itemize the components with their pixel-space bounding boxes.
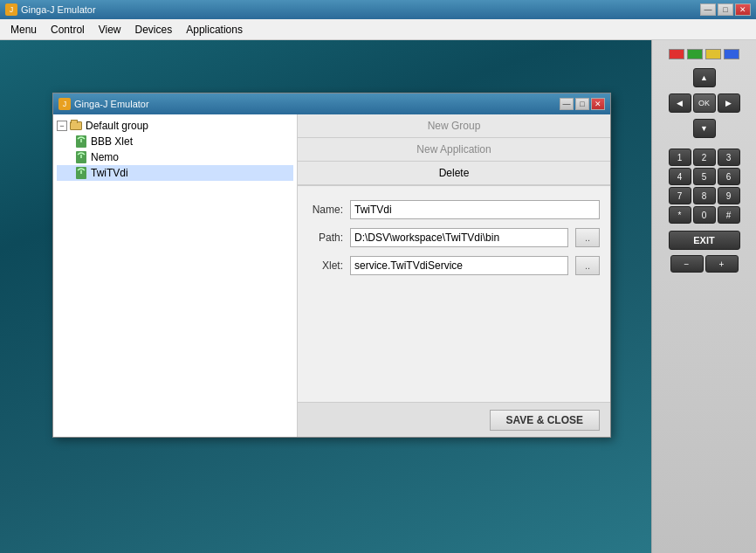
tree-expand-root[interactable]: − [57, 121, 67, 131]
xlet-label: Xlet: [308, 259, 343, 272]
plus-button[interactable]: + [705, 255, 739, 273]
main-window: J Ginga-J Emulator — □ ✕ Menu Control Vi… [0, 0, 756, 553]
nav-right-button[interactable]: ▶ [718, 93, 740, 113]
remote-control-panel: ▲ ◀ OK ▶ ▼ 1 2 3 4 5 6 7 8 9 [651, 40, 756, 553]
main-minimize-button[interactable]: — [700, 3, 716, 16]
num-3-button[interactable]: 3 [718, 149, 740, 166]
tree-panel: − Default group [53, 114, 298, 437]
green-button[interactable] [687, 49, 703, 59]
main-window-title: Ginga-J Emulator [21, 4, 697, 15]
number-pad: 1 2 3 4 5 6 7 8 9 * 0 # [669, 149, 740, 224]
num-hash-button[interactable]: # [718, 206, 740, 224]
yellow-button[interactable] [705, 49, 721, 59]
nav-up-button[interactable]: ▲ [693, 68, 716, 87]
dialog-maximize-button[interactable]: □ [575, 98, 589, 110]
dialog-title-bar: J Ginga-J Emulator — □ ✕ [53, 93, 610, 114]
num-5-button[interactable]: 5 [693, 168, 716, 185]
app-icon-twitvdi [74, 167, 88, 179]
action-buttons: New Group New Application Delete [298, 114, 610, 186]
num-6-button[interactable]: 6 [718, 168, 740, 185]
form-row-xlet: Xlet: .. [308, 256, 600, 275]
num-0-button[interactable]: 0 [693, 206, 716, 224]
minus-plus-row: − + [670, 255, 739, 273]
content-area: J Ginga-J Emulator — □ ✕ − [0, 40, 756, 553]
blue-button[interactable] [724, 49, 739, 59]
right-panel: New Group New Application Delete Name: [298, 114, 610, 437]
menu-menu[interactable]: Menu [3, 22, 44, 38]
num-2-button[interactable]: 2 [693, 149, 716, 166]
form-row-path: Path: .. [308, 228, 600, 247]
form-area: Name: Path: .. Xlet: [298, 186, 610, 402]
num-8-button[interactable]: 8 [693, 187, 716, 204]
tree-label-nemo: Nemo [91, 151, 119, 163]
dialog-window-icon: J [58, 98, 71, 110]
tree-root-item[interactable]: − Default group [57, 118, 293, 134]
num-9-button[interactable]: 9 [718, 187, 740, 204]
main-window-icon: J [5, 3, 17, 16]
main-close-button[interactable]: ✕ [735, 3, 751, 16]
tree-item-twitvdi[interactable]: TwiTVdi [57, 165, 293, 181]
nav-down-button[interactable]: ▼ [693, 119, 716, 138]
menu-applications[interactable]: Applications [179, 22, 250, 38]
dialog-window-title: Ginga-J Emulator [74, 99, 556, 109]
tree-label-bbb-xlet: BBB Xlet [91, 135, 133, 148]
num-1-button[interactable]: 1 [669, 149, 691, 166]
form-row-name: Name: [308, 200, 600, 219]
new-group-button: New Group [298, 114, 610, 138]
main-title-bar: J Ginga-J Emulator — □ ✕ [0, 0, 756, 19]
main-maximize-button[interactable]: □ [718, 3, 733, 16]
dialog-close-button[interactable]: ✕ [591, 98, 605, 110]
dialog-body: − Default group [53, 114, 610, 437]
dialog-window-controls: — □ ✕ [560, 98, 605, 110]
menu-devices[interactable]: Devices [128, 22, 180, 38]
menu-view[interactable]: View [92, 22, 128, 38]
tree-root-label: Default group [86, 120, 148, 132]
folder-icon [69, 120, 83, 132]
path-label: Path: [308, 232, 343, 244]
delete-button[interactable]: Delete [298, 162, 610, 185]
xlet-browse-button[interactable]: .. [575, 256, 600, 275]
exit-button[interactable]: EXIT [669, 231, 740, 250]
path-input[interactable] [350, 228, 568, 247]
new-application-button: New Application [298, 138, 610, 162]
num-7-button[interactable]: 7 [669, 187, 691, 204]
nav-ok-button[interactable]: OK [693, 93, 716, 113]
menu-control[interactable]: Control [44, 22, 92, 38]
main-window-controls: — □ ✕ [700, 3, 751, 16]
dialog-footer: SAVE & CLOSE [298, 402, 610, 437]
app-icon-bbb [74, 135, 88, 148]
num-star-button[interactable]: * [669, 206, 691, 224]
dialog-window: J Ginga-J Emulator — □ ✕ − [52, 93, 611, 438]
tree-item-nemo[interactable]: Nemo [57, 149, 293, 165]
red-button[interactable] [669, 49, 684, 59]
dialog-minimize-button[interactable]: — [560, 98, 574, 110]
save-close-button[interactable]: SAVE & CLOSE [490, 410, 600, 431]
menu-bar: Menu Control View Devices Applications [0, 19, 756, 40]
tree-label-twitvdi: TwiTVdi [91, 167, 128, 179]
name-label: Name: [308, 204, 343, 216]
tree-item-bbb-xlet[interactable]: BBB Xlet [57, 134, 293, 149]
nav-left-button[interactable]: ◀ [669, 93, 691, 113]
num-4-button[interactable]: 4 [669, 168, 691, 185]
color-buttons [669, 49, 739, 59]
xlet-input[interactable] [350, 256, 568, 275]
app-icon-nemo [74, 151, 88, 163]
minus-button[interactable]: − [670, 255, 704, 273]
path-browse-button[interactable]: .. [575, 228, 600, 247]
name-input[interactable] [350, 200, 600, 219]
